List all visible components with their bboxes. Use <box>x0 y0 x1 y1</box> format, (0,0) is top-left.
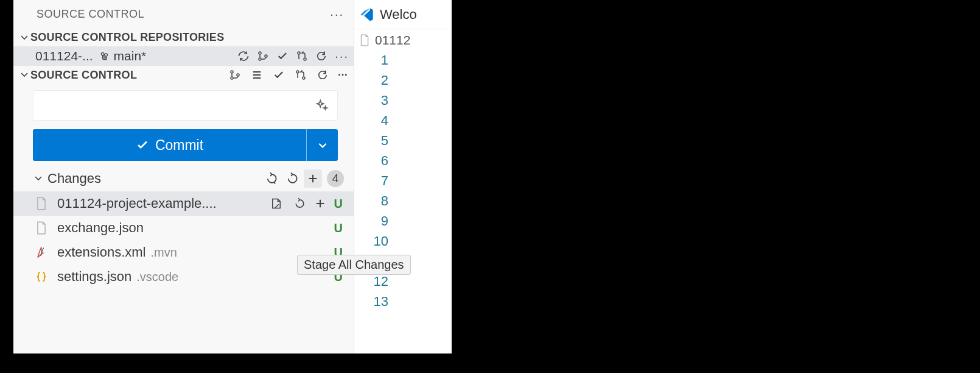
repo-name: 011124-... <box>35 49 93 63</box>
discard-all-stash-icon[interactable] <box>262 171 278 187</box>
svg-point-8 <box>296 71 299 73</box>
maven-file-icon <box>34 245 49 260</box>
json-file-icon <box>34 269 49 284</box>
chevron-down-icon <box>18 70 30 80</box>
tree-icon[interactable] <box>228 68 242 82</box>
file-status: U <box>334 221 343 235</box>
file-name: settings.json <box>57 269 131 285</box>
branch-indicator[interactable]: main* <box>99 49 147 63</box>
line-number: 9 <box>369 211 388 231</box>
line-number: 6 <box>369 151 388 171</box>
file-row[interactable]: exchange.json U <box>13 216 354 240</box>
chevron-down-icon <box>317 140 328 151</box>
line-number: 8 <box>369 191 388 211</box>
graph-icon[interactable] <box>257 50 269 62</box>
svg-point-0 <box>259 52 261 54</box>
tab-bar: Welco <box>354 0 452 29</box>
chevron-down-icon <box>18 33 30 43</box>
pull-request-icon[interactable] <box>294 68 307 82</box>
pr-icon[interactable] <box>296 50 308 62</box>
tab-welcome[interactable]: Welco <box>380 7 417 23</box>
file-name: exchange.json <box>57 220 144 236</box>
line-number: 13 <box>369 291 388 311</box>
tooltip-stage-all: Stage All Changes <box>297 255 411 275</box>
file-name: 011124-project-example.... <box>57 196 217 211</box>
file-row[interactable]: 011124-project-example.... U <box>13 191 354 216</box>
editor-area: Welco 01112 1 2 3 4 5 6 7 8 9 10 11 12 1… <box>354 0 452 353</box>
check-icon[interactable] <box>276 50 289 62</box>
line-number: 2 <box>369 70 388 90</box>
discard-icon[interactable] <box>290 196 306 211</box>
panel-title: SOURCE CONTROL <box>37 8 144 21</box>
file-dir: .mvn <box>151 246 177 260</box>
chevron-down-icon <box>32 174 45 183</box>
git-branch-icon <box>99 51 110 62</box>
svg-point-5 <box>231 71 233 73</box>
line-number: 1 <box>369 50 388 70</box>
plus-icon <box>307 172 319 185</box>
file-dir: .vscode <box>136 270 178 284</box>
line-number: 3 <box>369 90 388 110</box>
source-control-sidebar: SOURCE CONTROL ··· SOURCE CONTROL REPOSI… <box>13 0 354 353</box>
more-icon[interactable]: ··· <box>330 7 344 21</box>
open-file-icon[interactable] <box>268 196 284 211</box>
svg-point-3 <box>298 52 300 54</box>
vscode-logo-icon <box>359 7 375 23</box>
list-icon[interactable] <box>250 68 264 82</box>
line-number: 7 <box>369 171 388 191</box>
changes-count-badge: 4 <box>327 170 344 187</box>
file-icon <box>359 34 370 46</box>
changes-label: Changes <box>47 171 101 187</box>
stage-all-button[interactable] <box>304 169 322 188</box>
svg-point-9 <box>303 77 305 79</box>
breadcrumb[interactable]: 01112 <box>354 29 452 49</box>
section-header-repos[interactable]: SOURCE CONTROL REPOSITORIES <box>13 29 354 46</box>
section-title-scm: SOURCE CONTROL <box>30 69 137 82</box>
file-icon <box>34 221 49 235</box>
check-icon <box>136 138 149 152</box>
sparkle-icon[interactable] <box>315 99 329 112</box>
repo-more-icon[interactable]: ··· <box>335 49 349 63</box>
section-title-repos: SOURCE CONTROL REPOSITORIES <box>30 31 224 44</box>
svg-point-4 <box>304 58 306 60</box>
line-number: 4 <box>369 110 388 130</box>
sync-icon[interactable] <box>237 50 250 62</box>
scm-refresh-icon[interactable] <box>316 68 329 82</box>
discard-all-icon[interactable] <box>283 171 299 187</box>
commit-message-input[interactable] <box>33 90 338 121</box>
commit-split-button[interactable] <box>306 129 338 161</box>
file-status: U <box>334 197 343 211</box>
line-number: 10 <box>369 231 388 251</box>
svg-point-6 <box>231 77 233 79</box>
commit-label: Commit <box>155 137 203 154</box>
breadcrumb-text: 01112 <box>375 33 410 48</box>
scm-more-icon[interactable]: ··· <box>338 69 348 82</box>
file-icon <box>34 196 49 211</box>
commit-check-icon[interactable] <box>272 68 285 82</box>
commit-button[interactable]: Commit <box>33 129 338 161</box>
repo-row[interactable]: 011124-... main* ··· <box>13 46 354 66</box>
changes-section-header[interactable]: Changes 4 <box>13 161 354 191</box>
section-header-scm[interactable]: SOURCE CONTROL ··· <box>13 66 354 84</box>
file-name: extensions.xml <box>57 244 146 260</box>
stage-icon[interactable] <box>312 196 328 211</box>
panel-title-row: SOURCE CONTROL ··· <box>13 0 354 29</box>
line-number: 5 <box>369 130 388 151</box>
refresh-icon[interactable] <box>315 50 327 62</box>
svg-point-1 <box>259 58 261 60</box>
branch-name: main* <box>114 49 147 63</box>
